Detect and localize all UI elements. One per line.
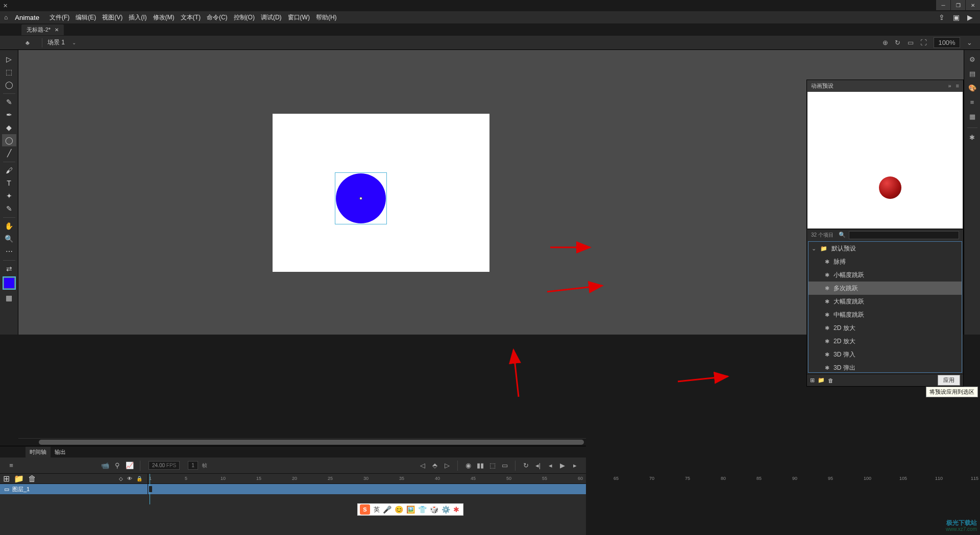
eyedropper-tool[interactable]: ✎ <box>2 202 16 215</box>
tab-close-icon[interactable]: ✕ <box>55 27 59 33</box>
preset-item-6[interactable]: ✱2D 放大 <box>808 335 962 348</box>
preset-item-3[interactable]: ✱大幅度跳跃 <box>808 295 962 308</box>
highlight-icon[interactable]: ◇ <box>119 476 123 481</box>
blue-circle-shape[interactable] <box>336 173 386 223</box>
subselection-tool[interactable]: ⬚ <box>2 66 16 78</box>
menu-text[interactable]: 文本(T) <box>181 13 201 22</box>
layer-name[interactable]: 图层_1 <box>12 486 30 493</box>
chevron-down-icon[interactable]: ⌄ <box>72 40 76 45</box>
preset-item-1[interactable]: ✱小幅度跳跃 <box>808 268 962 282</box>
fill-color-swatch[interactable] <box>4 277 15 289</box>
timeline-ruler[interactable]: 1510152025303540455055606570758085909510… <box>148 474 586 484</box>
preset-search-input[interactable] <box>849 231 959 239</box>
preset-item-7[interactable]: ✱3D 弹入 <box>808 348 962 361</box>
scene-icon[interactable]: ♣ <box>26 39 30 46</box>
workspace-close-icon[interactable]: ✕ <box>3 3 8 9</box>
document-tab[interactable]: 无标题-2* ✕ <box>21 24 64 35</box>
paint-bucket-tool[interactable]: 🖌 <box>2 164 16 176</box>
search-icon[interactable]: 🔍 <box>839 232 846 238</box>
brush-tool[interactable]: ✎ <box>2 96 16 108</box>
horizontal-scrollbar[interactable] <box>39 440 584 445</box>
prev-keyframe-icon[interactable]: ◁ <box>416 460 429 472</box>
menu-modify[interactable]: 修改(M) <box>153 13 175 22</box>
go-start-icon[interactable]: ◂| <box>532 460 544 472</box>
step-back-icon[interactable]: ◂ <box>544 460 556 472</box>
next-keyframe-icon[interactable]: ▷ <box>441 460 453 472</box>
fit-icon[interactable]: ⛶ <box>920 39 927 46</box>
swap-colors-icon[interactable]: ⇄ <box>2 263 16 275</box>
link-icon[interactable]: ⚲ <box>111 460 124 472</box>
text-tool[interactable]: T <box>2 177 16 189</box>
onion-skin-icon[interactable]: ◉ <box>462 460 474 472</box>
ime-lang[interactable]: 英 <box>374 505 380 514</box>
loop-icon[interactable]: ↻ <box>520 460 532 472</box>
preset-folder[interactable]: ⌄ 📁 默认预设 <box>808 242 962 255</box>
menu-help[interactable]: 帮助(H) <box>316 13 337 22</box>
ime-emoji-icon[interactable]: 😊 <box>395 505 403 514</box>
color-panel-icon[interactable]: 🎨 <box>966 82 978 94</box>
ime-dice-icon[interactable]: 🎲 <box>430 505 438 514</box>
zoom-tool[interactable]: 🔍 <box>2 233 16 245</box>
preset-item-2[interactable]: ✱多次跳跃 <box>808 282 962 295</box>
current-frame[interactable]: 1 <box>191 463 194 468</box>
align-icon[interactable]: ≡ <box>966 96 978 108</box>
step-forward-icon[interactable]: ▸ <box>569 460 581 472</box>
ime-image-icon[interactable]: 🖼️ <box>406 505 415 514</box>
edit-multiple-icon[interactable]: ▮▮ <box>474 460 486 472</box>
menu-debug[interactable]: 调试(D) <box>261 13 282 22</box>
ime-mic-icon[interactable]: 🎤 <box>383 505 391 514</box>
more-tools-icon[interactable]: ⋯ <box>2 245 16 258</box>
window-close-button[interactable]: ✕ <box>966 0 980 10</box>
pen-tool[interactable]: ✒ <box>2 109 16 121</box>
rotate-icon[interactable]: ↻ <box>895 39 900 46</box>
layers-icon[interactable]: ≡ <box>5 460 17 472</box>
menu-view[interactable]: 视图(V) <box>102 13 122 22</box>
scene-selector[interactable]: 场景 1 <box>47 38 65 47</box>
menu-edit[interactable]: 编辑(E) <box>76 13 96 22</box>
delete-preset-icon[interactable]: 🗑 <box>828 377 834 384</box>
preset-item-5[interactable]: ✱2D 放大 <box>808 321 962 335</box>
fps-value[interactable]: 24.00 <box>152 463 165 468</box>
home-icon[interactable]: ⌂ <box>4 14 8 21</box>
keyframe-marker[interactable] <box>149 486 152 492</box>
settings-icon[interactable]: ⚙ <box>966 53 978 65</box>
visibility-icon[interactable]: 👁 <box>127 476 132 481</box>
span-icon[interactable]: ▭ <box>499 460 511 472</box>
delete-layer-icon[interactable]: 🗑 <box>28 474 36 483</box>
center-stage-icon[interactable]: ⊕ <box>883 39 888 46</box>
ime-gear-icon[interactable]: ⚙️ <box>442 505 450 514</box>
new-folder-icon[interactable]: 📁 <box>818 377 825 384</box>
ime-toolbar[interactable]: S 英 🎤 😊 🖼️ 👕 🎲 ⚙️ ✱ <box>357 503 463 516</box>
camera-icon[interactable]: 📹 <box>99 460 111 472</box>
tab-output[interactable]: 输出 <box>51 447 70 457</box>
graph-icon[interactable]: 📈 <box>124 460 136 472</box>
preset-item-8[interactable]: ✱3D 弹出 <box>808 361 962 373</box>
window-minimize-button[interactable]: ─ <box>936 0 950 10</box>
oval-tool[interactable]: ◯ <box>2 134 16 146</box>
clip-icon[interactable]: ▭ <box>908 39 914 46</box>
library-icon[interactable]: ▤ <box>966 67 978 80</box>
share-icon[interactable]: ⇪ <box>939 13 945 21</box>
new-preset-icon[interactable]: ⊞ <box>810 377 815 384</box>
window-maximize-button[interactable]: ❐ <box>951 0 965 10</box>
preset-item-4[interactable]: ✱中幅度跳跃 <box>808 308 962 321</box>
play-button[interactable]: ▶ <box>556 460 569 472</box>
menu-commands[interactable]: 命令(C) <box>207 13 228 22</box>
insert-keyframe-icon[interactable]: ⬘ <box>429 460 441 472</box>
ime-shirt-icon[interactable]: 👕 <box>418 505 427 514</box>
panel-menu-icon[interactable]: ≡ <box>956 83 959 89</box>
apply-button[interactable]: 应用 <box>938 375 960 386</box>
ime-logo-icon[interactable]: S <box>360 504 370 515</box>
menu-file[interactable]: 文件(F) <box>50 13 69 22</box>
panel-collapse-icon[interactable]: » <box>948 83 951 89</box>
tab-timeline[interactable]: 时间轴 <box>26 447 51 457</box>
zoom-dropdown-icon[interactable]: ⌄ <box>967 39 972 46</box>
ime-star-icon[interactable]: ✱ <box>453 505 459 514</box>
selection-tool[interactable]: ▷ <box>2 53 16 65</box>
marker-icon[interactable]: ⬚ <box>486 460 499 472</box>
workspace-icon[interactable]: ▣ <box>953 13 960 21</box>
eraser-tool[interactable]: ◆ <box>2 121 16 134</box>
menu-control[interactable]: 控制(O) <box>234 13 255 22</box>
menu-window[interactable]: 窗口(W) <box>288 13 310 22</box>
preset-item-0[interactable]: ✱脉搏 <box>808 255 962 268</box>
